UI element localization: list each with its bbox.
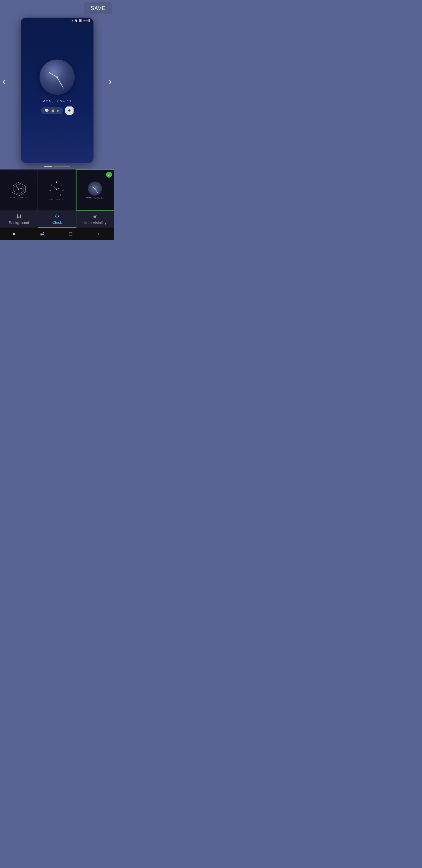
background-tab-label: Background	[9, 220, 29, 225]
android-nav-bar: ● ⇌ □ ←	[0, 227, 114, 240]
play-icon: ▶	[57, 108, 60, 113]
home-button[interactable]: ●	[12, 231, 15, 237]
svg-point-8	[60, 194, 61, 195]
geo-clock-svg	[11, 182, 26, 196]
clock-face	[39, 60, 75, 95]
svg-point-5	[56, 182, 57, 183]
thumbnails-row: MON, JUNE 11 Mon, June 11 ✓	[0, 169, 114, 211]
date-display: MON, JUNE 11	[42, 99, 72, 103]
background-tab-icon: 🖼	[17, 214, 22, 219]
hour-hand	[49, 72, 58, 78]
wifi-icon: 📶	[79, 19, 82, 22]
alarm-icon: ⏰	[75, 19, 78, 22]
thumbnail-3[interactable]: ✓ MON, JUNE 11	[76, 169, 114, 211]
svg-line-12	[54, 186, 57, 189]
message-icon: 💬	[44, 108, 49, 113]
save-button[interactable]: SAVE	[84, 2, 112, 14]
visibility-tab-icon: 👁	[93, 214, 98, 219]
tab-item-visibility[interactable]: 👁 Item Visibility	[76, 211, 114, 227]
overview-button[interactable]: □	[69, 231, 72, 237]
gesture-icon: ✌	[51, 108, 55, 113]
clock-area: MON, JUNE 11 💬 ✌ ▶ +	[39, 23, 75, 163]
svg-point-10	[50, 190, 51, 191]
add-widget-button[interactable]: +	[65, 106, 73, 115]
svg-point-9	[53, 194, 53, 195]
thumb3-center-dot	[95, 188, 96, 189]
minute-hand	[57, 77, 64, 88]
clock-tab-label: Clock	[53, 220, 62, 225]
battery-text: 95%🔋	[83, 19, 91, 22]
svg-point-6	[61, 184, 62, 185]
back-button[interactable]: ←	[97, 231, 102, 237]
status-bar: ⊕ ⏰ 📶 95%🔋	[21, 18, 94, 23]
tab-clock[interactable]: ⏱ Clock	[38, 211, 76, 227]
phone-preview: ⊕ ⏰ 📶 95%🔋 MON, JUNE 11 💬	[21, 18, 94, 163]
svg-point-14	[56, 189, 57, 190]
page-dot-2	[54, 166, 70, 167]
thumb3-clock-face	[88, 182, 102, 195]
svg-point-4	[18, 189, 19, 190]
thumb3-date: MON, JUNE 11	[86, 197, 104, 199]
page-indicator	[44, 166, 70, 167]
phone-screen: ⊕ ⏰ 📶 95%🔋 MON, JUNE 11 💬	[21, 18, 94, 163]
svg-point-7	[62, 190, 63, 191]
bluetooth-icon: ⊕	[71, 19, 73, 22]
center-dot	[57, 76, 58, 78]
constellation-clock-svg	[47, 180, 66, 198]
thumb2-date: Mon, June 11	[48, 198, 64, 200]
prev-arrow[interactable]: ‹	[2, 75, 6, 88]
visibility-tab-label: Item Visibility	[85, 220, 107, 225]
thumbnail-2[interactable]: Mon, June 11	[38, 169, 75, 211]
svg-point-11	[51, 184, 52, 185]
tab-background[interactable]: 🖼 Background	[0, 211, 38, 227]
thumbnail-1[interactable]: MON, JUNE 11	[0, 169, 37, 211]
thumb1-date: MON, JUNE 11	[10, 196, 28, 198]
widget-bar: 💬 ✌ ▶ +	[41, 106, 73, 115]
bottom-tabs: 🖼 Background ⏱ Clock 👁 Item Visibility	[0, 211, 114, 227]
quick-icons: 💬 ✌ ▶	[41, 107, 63, 114]
recent-button[interactable]: ⇌	[40, 230, 44, 237]
preview-area: ‹ ⊕ ⏰ 📶 95%🔋 MON, JUNE	[0, 0, 114, 163]
thumb3-minute-hand	[95, 188, 98, 193]
selected-check: ✓	[106, 172, 112, 178]
page-dot-1	[44, 166, 53, 167]
next-arrow[interactable]: ›	[108, 75, 112, 88]
main-wrapper: SAVE ‹ ⊕ ⏰ 📶 95%🔋	[0, 0, 114, 240]
clock-tab-icon: ⏱	[55, 214, 60, 219]
